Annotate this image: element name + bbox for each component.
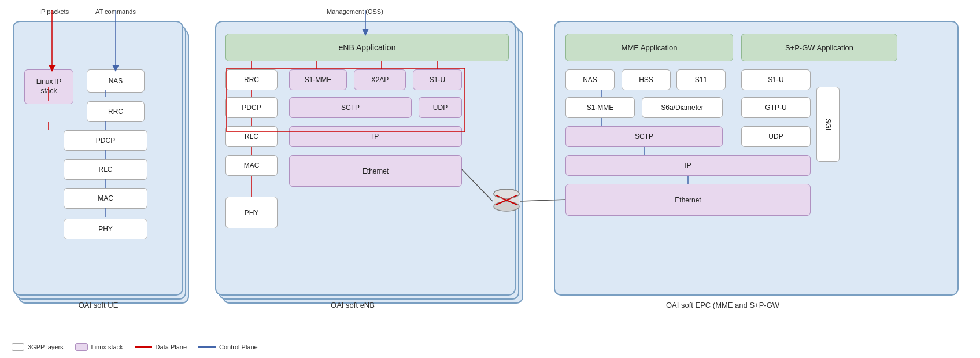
legend-data-label: Data Plane <box>156 344 187 350</box>
diagram-container: OAI soft UE Linux IP stack NAS RRC PDCP … <box>0 0 980 358</box>
epc-s1mme: S1-MME <box>565 97 635 118</box>
at-commands-label: AT commands <box>95 8 136 15</box>
epc-spgw-udp: UDP <box>741 126 811 147</box>
epc-sgi: SGi <box>816 87 840 162</box>
enb-x2ap: X2AP <box>354 69 406 90</box>
legend-3gpp: 3GPP layers <box>12 343 64 351</box>
ue-pdcp: PDCP <box>64 130 147 151</box>
legend-control-plane: Control Plane <box>198 344 258 350</box>
enb-mac: MAC <box>225 155 278 176</box>
epc-spgw-app: S+P-GW Application <box>741 34 897 61</box>
legend-linux-label: Linux stack <box>91 344 123 350</box>
epc-s1u: S1-U <box>741 69 811 90</box>
legend-control-label: Control Plane <box>219 344 258 350</box>
epc-nas: NAS <box>565 69 615 90</box>
legend-3gpp-box <box>12 343 24 351</box>
ue-section <box>13 21 183 296</box>
enb-phy: PHY <box>225 197 278 228</box>
epc-mme-app: MME Application <box>565 34 733 61</box>
enb-section-label: OAI soft eNB <box>295 301 411 309</box>
epc-s6a: S6a/Diameter <box>642 97 723 118</box>
legend-control-line <box>198 346 216 348</box>
epc-sctp: SCTP <box>565 126 723 147</box>
ue-linux-ip-stack: Linux IP stack <box>24 69 73 104</box>
ue-rrc: RRC <box>87 101 145 122</box>
epc-ethernet: Ethernet <box>565 184 811 216</box>
legend-data-plane: Data Plane <box>135 344 187 350</box>
legend-3gpp-label: 3GPP layers <box>28 344 64 350</box>
ue-nas: NAS <box>87 69 145 93</box>
ue-section-label: OAI soft UE <box>52 301 145 309</box>
svg-point-27 <box>494 202 519 211</box>
epc-section-label: OAI soft EPC (MME and S+P-GW <box>624 301 821 309</box>
legend-data-line <box>135 346 152 348</box>
enb-udp: UDP <box>419 97 462 118</box>
enb-pdcp: PDCP <box>225 97 278 118</box>
enb-rlc: RLC <box>225 126 278 147</box>
enb-rrc: RRC <box>225 69 278 90</box>
router-icon <box>490 185 523 217</box>
epc-ip: IP <box>565 155 811 176</box>
epc-s11: S11 <box>676 69 726 90</box>
legend-linux: Linux stack <box>75 343 123 351</box>
management-oss-label: Management (OSS) <box>327 8 383 15</box>
enb-app: eNB Application <box>225 34 509 61</box>
enb-ethernet: IP packets Ethernet <box>289 155 462 187</box>
legend: 3GPP layers Linux stack Data Plane Contr… <box>12 343 258 351</box>
legend-linux-box <box>75 343 88 351</box>
enb-s1mme: S1-MME <box>289 69 347 90</box>
ue-rlc: RLC <box>64 159 147 180</box>
enb-s1u: S1-U <box>413 69 462 90</box>
enb-ip: IP <box>289 126 462 147</box>
epc-hss: HSS <box>622 69 671 90</box>
epc-gtpu: GTP-U <box>741 97 811 118</box>
ue-phy: PHY <box>64 219 147 239</box>
enb-sctp: SCTP <box>289 97 412 118</box>
ip-packets-label: IP packets <box>39 8 69 15</box>
ue-mac: MAC <box>64 188 147 209</box>
